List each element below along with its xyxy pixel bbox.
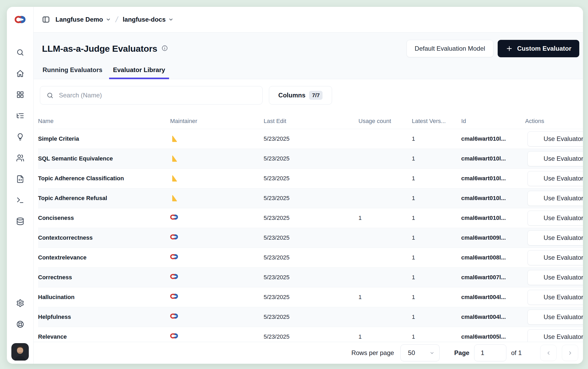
langfuse-logo-icon bbox=[170, 254, 178, 262]
actions-cell: Use Evaluator bbox=[525, 248, 583, 268]
id-cell: cmal6wart010l... bbox=[461, 188, 525, 208]
ragas-logo-icon bbox=[170, 194, 178, 202]
table-row[interactable]: Correctness5/23/20251cmal6wart007l...Use… bbox=[38, 268, 583, 287]
last-edit-cell: 5/23/2025 bbox=[264, 129, 355, 149]
ragas-logo-icon bbox=[170, 174, 178, 182]
last-edit-cell: 5/23/2025 bbox=[264, 228, 355, 248]
table-row[interactable]: Topic Adherence Classification5/23/20251… bbox=[38, 169, 583, 188]
table-row[interactable]: Contextcorrectness5/23/20251cmal6wart009… bbox=[38, 228, 583, 248]
last-edit-cell: 5/23/2025 bbox=[264, 149, 355, 169]
column-header-latest-vers: Latest Vers... bbox=[409, 113, 461, 129]
use-evaluator-button[interactable]: Use Evaluator bbox=[528, 270, 583, 285]
use-evaluator-button[interactable]: Use Evaluator bbox=[528, 329, 583, 342]
sidebar-search-icon[interactable] bbox=[16, 48, 24, 56]
sidebar-datasets-icon[interactable] bbox=[16, 217, 24, 225]
info-icon[interactable] bbox=[161, 45, 168, 53]
usage-count-cell bbox=[355, 228, 409, 248]
table-row[interactable]: SQL Semantic Equivalence5/23/20251cmal6w… bbox=[38, 149, 583, 169]
topbar: Langfuse Demo / langfuse-docs bbox=[34, 7, 583, 32]
id-cell: cmal6wart004l... bbox=[461, 287, 525, 307]
breadcrumb-separator: / bbox=[115, 15, 119, 24]
usage-count-cell bbox=[355, 188, 409, 208]
chevron-down-icon bbox=[168, 17, 174, 22]
search-input[interactable] bbox=[58, 91, 262, 99]
use-evaluator-button[interactable]: Use Evaluator bbox=[528, 211, 583, 226]
sidebar-tracing-icon[interactable] bbox=[16, 111, 24, 120]
default-evaluation-model-button[interactable]: Default Evaluation Model bbox=[407, 40, 493, 57]
table-row[interactable]: Relevance5/23/202511cmal6wart005l...Use … bbox=[38, 327, 583, 342]
langfuse-logo-icon bbox=[170, 293, 178, 301]
sidebar-users-icon[interactable] bbox=[16, 154, 24, 162]
maintainer-cell bbox=[170, 228, 264, 248]
sidebar-terminal-icon[interactable] bbox=[16, 196, 24, 204]
maintainer-cell bbox=[170, 287, 264, 307]
use-evaluator-button[interactable]: Use Evaluator bbox=[528, 131, 583, 146]
maintainer-cell bbox=[170, 268, 264, 287]
next-page-button[interactable] bbox=[562, 345, 578, 361]
latest-version-cell: 1 bbox=[409, 149, 461, 169]
usage-count-cell bbox=[355, 248, 409, 268]
panel-left-toggle-icon[interactable] bbox=[42, 16, 50, 24]
sidebar-prompts-icon[interactable] bbox=[16, 133, 24, 141]
sidebar-home-icon[interactable] bbox=[16, 69, 24, 78]
ragas-logo-icon bbox=[170, 155, 178, 163]
table-row[interactable]: Contextrelevance5/23/20251cmal6wart008l.… bbox=[38, 248, 583, 268]
table-row[interactable]: Simple Criteria5/23/20251cmal6wart010l..… bbox=[38, 129, 583, 149]
evaluator-name: Contextrelevance bbox=[38, 248, 170, 268]
sidebar-nav-bottom bbox=[16, 299, 24, 328]
sidebar-support-icon[interactable] bbox=[16, 320, 24, 328]
page-header: LLM-as-a-Judge Evaluators Default Evalua… bbox=[34, 32, 583, 79]
use-evaluator-button[interactable]: Use Evaluator bbox=[528, 191, 583, 206]
langfuse-logo-icon[interactable] bbox=[15, 14, 26, 25]
use-evaluator-button[interactable]: Use Evaluator bbox=[528, 250, 583, 265]
page-number-input[interactable] bbox=[474, 344, 506, 361]
latest-version-cell: 1 bbox=[409, 307, 461, 327]
use-evaluator-button[interactable]: Use Evaluator bbox=[528, 151, 583, 166]
last-edit-cell: 5/23/2025 bbox=[264, 248, 355, 268]
evaluator-table-body: Simple Criteria5/23/20251cmal6wart010l..… bbox=[38, 129, 583, 342]
last-edit-cell: 5/23/2025 bbox=[264, 268, 355, 287]
maintainer-cell bbox=[170, 307, 264, 327]
sidebar-code-file-icon[interactable] bbox=[16, 175, 24, 183]
use-evaluator-button[interactable]: Use Evaluator bbox=[528, 171, 583, 186]
id-cell: cmal6wart010l... bbox=[461, 149, 525, 169]
evaluator-name: Helpfulness bbox=[38, 307, 170, 327]
sidebar-settings-icon[interactable] bbox=[16, 299, 24, 307]
usage-count-cell: 1 bbox=[355, 327, 409, 342]
table-row[interactable]: Conciseness5/23/202511cmal6wart010l...Us… bbox=[38, 208, 583, 228]
use-evaluator-button[interactable]: Use Evaluator bbox=[528, 290, 583, 305]
rows-per-page-label: Rows per page bbox=[351, 349, 394, 357]
rows-per-page-select[interactable]: 50 bbox=[400, 344, 440, 361]
table-row[interactable]: Helpfulness5/23/20251cmal6wart004l...Use… bbox=[38, 307, 583, 327]
actions-cell: Use Evaluator bbox=[525, 188, 583, 208]
id-cell: cmal6wart009l... bbox=[461, 228, 525, 248]
tab-running-evaluators[interactable]: Running Evaluators bbox=[42, 66, 103, 79]
sidebar-dashboard-icon[interactable] bbox=[16, 90, 24, 99]
evaluator-name: Hallucination bbox=[38, 287, 170, 307]
evaluator-table-wrap: NameMaintainerLast EditUsage countLatest… bbox=[34, 113, 583, 342]
langfuse-logo-icon bbox=[170, 214, 178, 222]
previous-page-button[interactable] bbox=[540, 345, 557, 361]
columns-button[interactable]: Columns 7/7 bbox=[269, 86, 332, 105]
user-avatar[interactable] bbox=[11, 343, 29, 361]
maintainer-cell bbox=[170, 248, 264, 268]
table-row[interactable]: Topic Adherence Refusal5/23/20251cmal6wa… bbox=[38, 188, 583, 208]
org-breadcrumb[interactable]: Langfuse Demo bbox=[55, 16, 111, 23]
chevron-right-icon bbox=[567, 350, 573, 356]
custom-evaluator-button[interactable]: Custom Evaluator bbox=[498, 40, 579, 57]
usage-count-cell bbox=[355, 307, 409, 327]
actions-cell: Use Evaluator bbox=[525, 149, 583, 169]
evaluator-name: Conciseness bbox=[38, 208, 170, 228]
id-cell: cmal6wart010l... bbox=[461, 169, 525, 188]
table-row[interactable]: Hallucination5/23/202511cmal6wart004l...… bbox=[38, 287, 583, 307]
column-header-last-edit: Last Edit bbox=[264, 113, 355, 129]
actions-cell: Use Evaluator bbox=[525, 228, 583, 248]
tab-evaluator-library[interactable]: Evaluator Library bbox=[113, 66, 166, 79]
org-name: Langfuse Demo bbox=[55, 16, 103, 23]
use-evaluator-button[interactable]: Use Evaluator bbox=[528, 230, 583, 245]
project-name: langfuse-docs bbox=[123, 16, 166, 23]
use-evaluator-button[interactable]: Use Evaluator bbox=[528, 310, 583, 325]
chevron-down-icon bbox=[106, 17, 111, 22]
column-header-actions: Actions bbox=[525, 113, 583, 129]
project-breadcrumb[interactable]: langfuse-docs bbox=[123, 16, 174, 23]
